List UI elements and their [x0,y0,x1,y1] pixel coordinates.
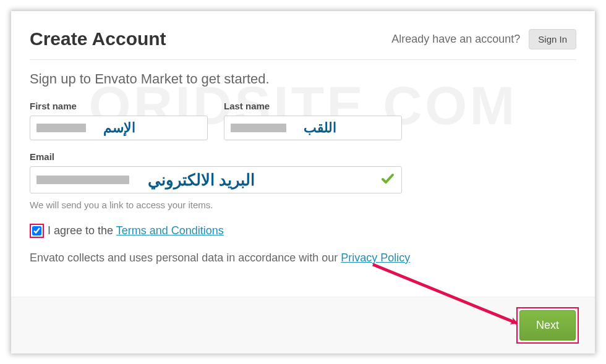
signup-panel: ORIDSITE.COM Create Account Already have… [11,11,595,353]
privacy-row: Envato collects and uses personal data i… [30,252,576,265]
redacted-first-name [36,124,86,132]
agree-checkbox[interactable] [32,226,41,235]
email-annotation: البريد الالكتروني [148,171,255,190]
agree-prefix: I agree to the [48,224,116,237]
already-have-account-text: Already have an account? [391,33,520,46]
header: Create Account Already have an account? … [30,28,576,60]
page-title: Create Account [30,28,166,49]
terms-link[interactable]: Terms and Conditions [116,224,224,237]
redacted-last-name [231,124,286,132]
first-name-input[interactable]: الإسم [30,116,208,140]
privacy-policy-link[interactable]: Privacy Policy [341,252,410,264]
last-name-input[interactable]: اللقب [224,116,402,140]
redacted-email [36,176,129,184]
agree-row: I agree to the Terms and Conditions [30,224,576,238]
email-helper-text: We will send you a link to access your i… [30,200,576,210]
sign-in-button[interactable]: Sign In [529,29,576,49]
first-name-field: First name الإسم [30,101,208,140]
email-field-group: Email البريد الالكتروني We will send you… [30,151,576,210]
subtitle: Sign up to Envato Market to get started. [30,71,576,87]
agree-checkbox-highlight [30,224,44,238]
next-button-highlight: Next [516,307,579,344]
last-name-annotation: اللقب [304,120,336,136]
privacy-prefix: Envato collects and uses personal data i… [30,252,341,264]
footer: Next [11,297,595,353]
checkmark-icon [380,171,395,188]
last-name-field: Last name اللقب [224,101,402,140]
email-input[interactable]: البريد الالكتروني [30,166,402,193]
last-name-label: Last name [224,101,402,111]
first-name-label: First name [30,101,208,111]
first-name-annotation: الإسم [103,120,135,136]
next-button[interactable]: Next [519,310,576,341]
email-label: Email [30,151,576,162]
